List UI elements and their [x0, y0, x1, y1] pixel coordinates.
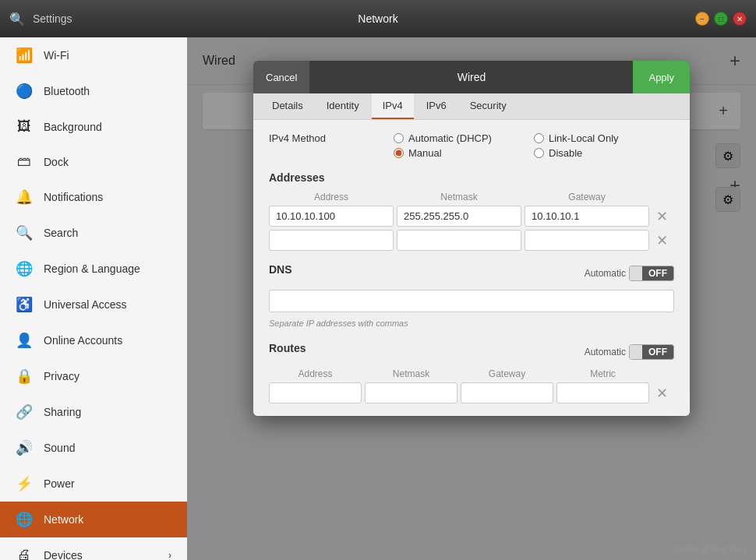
tab-ipv6[interactable]: IPv6	[415, 93, 457, 119]
sound-label: Sound	[44, 442, 75, 454]
routes-gateway-input[interactable]	[461, 382, 553, 403]
remove-address-2-button[interactable]: ✕	[652, 231, 671, 250]
sidebar-item-devices[interactable]: 🖨 Devices ›	[0, 537, 187, 560]
address-row-2: ✕	[269, 230, 674, 251]
universal-icon: ♿	[16, 296, 33, 313]
routes-automatic-label: Automatic	[585, 347, 626, 357]
privacy-icon: 🔒	[16, 368, 33, 385]
search-label: Search	[44, 227, 78, 239]
radio-dhcp-label: Automatic (DHCP)	[408, 132, 492, 144]
power-label: Power	[44, 477, 75, 490]
radio-dhcp[interactable]: Automatic (DHCP)	[394, 132, 534, 144]
sidebar-item-wifi[interactable]: 📶 Wi-Fi	[0, 37, 187, 73]
sidebar-item-search[interactable]: 🔍 Search	[0, 215, 187, 251]
routes-toggle-on[interactable]	[630, 345, 642, 359]
titlebar: 🔍 Settings Network − □ ✕	[0, 0, 756, 37]
tab-security[interactable]: Security	[459, 93, 518, 119]
background-icon: 🖼	[16, 118, 33, 135]
wifi-label: Wi-Fi	[44, 49, 69, 62]
close-button[interactable]: ✕	[733, 12, 747, 26]
addresses-col-headers: Address Netmask Gateway	[269, 192, 674, 203]
dialog-body: IPv4 Method Automatic (DHCP) Link-Local …	[253, 120, 690, 416]
radio-manual[interactable]: Manual	[394, 147, 534, 159]
routes-col-metric: Metric	[556, 368, 649, 379]
sidebar: 📶 Wi-Fi 🔵 Bluetooth 🖼 Background 🗃 Dock …	[0, 37, 187, 560]
gateway-input-2[interactable]	[525, 230, 649, 251]
address-input-2[interactable]	[269, 230, 394, 251]
sidebar-item-privacy[interactable]: 🔒 Privacy	[0, 358, 187, 394]
sound-icon: 🔊	[16, 439, 33, 456]
col-header-gateway: Gateway	[525, 192, 649, 203]
addresses-heading: Addresses	[269, 171, 674, 184]
radio-link-local[interactable]: Link-Local Only	[534, 132, 674, 144]
netmask-input-1[interactable]	[397, 206, 521, 227]
address-input-1[interactable]	[269, 206, 394, 227]
background-label: Background	[44, 121, 102, 133]
routes-netmask-input[interactable]	[365, 382, 457, 403]
dialog-apply-button[interactable]: Apply	[633, 61, 690, 93]
sidebar-item-sharing[interactable]: 🔗 Sharing	[0, 394, 187, 430]
dns-hint: Separate IP addresses with commas	[269, 319, 408, 328]
col-header-address: Address	[269, 192, 394, 203]
sidebar-item-online-accounts[interactable]: 👤 Online Accounts	[0, 322, 187, 358]
radio-manual-input[interactable]	[394, 148, 404, 158]
remove-route-1-button[interactable]: ✕	[652, 384, 671, 403]
dns-toggle-container: Automatic OFF	[585, 266, 674, 281]
dialog-titlebar: Cancel Wired Apply	[253, 61, 690, 93]
tab-details[interactable]: Details	[261, 93, 314, 119]
radio-dhcp-input[interactable]	[394, 133, 404, 143]
sidebar-item-network[interactable]: 🌐 Network	[0, 502, 187, 537]
notifications-icon: 🔔	[16, 188, 33, 206]
dns-input[interactable]	[269, 290, 674, 312]
netmask-input-2[interactable]	[397, 230, 521, 251]
routes-toggle[interactable]: OFF	[629, 344, 674, 360]
app-title: Settings	[33, 12, 72, 25]
sidebar-item-universal[interactable]: ♿ Universal Access	[0, 287, 187, 322]
sidebar-item-notifications[interactable]: 🔔 Notifications	[0, 179, 187, 215]
dock-label: Dock	[44, 156, 69, 168]
privacy-label: Privacy	[44, 370, 79, 382]
bluetooth-icon: 🔵	[16, 83, 33, 100]
routes-col-address: Address	[269, 368, 362, 379]
sidebar-item-region[interactable]: 🌐 Region & Language	[0, 251, 187, 287]
minimize-button[interactable]: −	[695, 12, 709, 26]
main-layout: 📶 Wi-Fi 🔵 Bluetooth 🖼 Background 🗃 Dock …	[0, 37, 756, 560]
network-icon: 🌐	[16, 511, 33, 528]
gateway-input-1[interactable]	[525, 206, 649, 227]
maximize-button[interactable]: □	[714, 12, 728, 26]
wifi-icon: 📶	[16, 47, 33, 64]
search-icon[interactable]: 🔍	[9, 12, 25, 26]
dns-toggle-off[interactable]: OFF	[642, 266, 673, 280]
ipv4-method-options: Automatic (DHCP) Link-Local Only Manual	[394, 132, 674, 159]
routes-address-input[interactable]	[269, 382, 362, 403]
sidebar-item-sound[interactable]: 🔊 Sound	[0, 430, 187, 466]
tab-identity[interactable]: Identity	[316, 93, 370, 119]
window-title: Network	[358, 12, 397, 25]
remove-address-1-button[interactable]: ✕	[652, 207, 671, 226]
radio-link-local-input[interactable]	[534, 133, 544, 143]
ipv4-method-label: IPv4 Method	[269, 132, 394, 144]
routes-section: Routes Automatic OFF Address Netmask Ga	[269, 342, 674, 403]
radio-disable[interactable]: Disable	[534, 147, 674, 159]
ipv4-method-section: IPv4 Method Automatic (DHCP) Link-Local …	[269, 132, 674, 159]
sidebar-item-dock[interactable]: 🗃 Dock	[0, 144, 187, 179]
sidebar-item-bluetooth[interactable]: 🔵 Bluetooth	[0, 73, 187, 109]
tab-ipv4[interactable]: IPv4	[372, 93, 414, 119]
dns-toggle-on[interactable]	[630, 266, 642, 280]
radio-disable-input[interactable]	[534, 148, 544, 158]
devices-icon: 🖨	[16, 547, 33, 560]
region-icon: 🌐	[16, 260, 33, 277]
dialog-cancel-button[interactable]: Cancel	[253, 61, 309, 93]
notifications-label: Notifications	[44, 191, 103, 203]
routes-toggle-off[interactable]: OFF	[642, 345, 673, 359]
sidebar-item-power[interactable]: ⚡ Power	[0, 466, 187, 502]
col-header-netmask: Netmask	[397, 192, 521, 203]
routes-metric-input[interactable]	[556, 382, 649, 403]
online-accounts-icon: 👤	[16, 332, 33, 349]
radio-manual-label: Manual	[408, 147, 442, 159]
address-row-1: ✕	[269, 206, 674, 227]
dns-toggle[interactable]: OFF	[629, 266, 674, 281]
wired-dialog: Cancel Wired Apply DetailsIdentityIPv4IP…	[253, 61, 690, 416]
routes-heading: Routes	[269, 342, 306, 354]
sidebar-item-background[interactable]: 🖼 Background	[0, 109, 187, 144]
